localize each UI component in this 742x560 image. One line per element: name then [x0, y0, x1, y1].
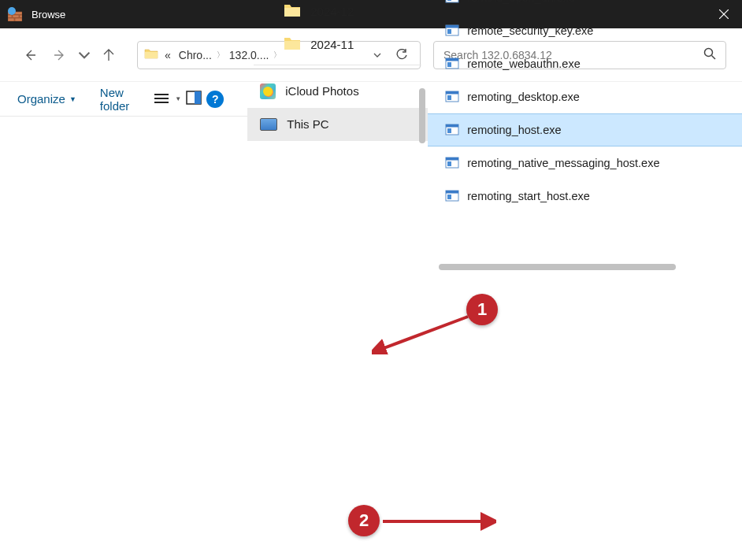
help-button[interactable]: ?	[206, 91, 224, 108]
recent-dropdown[interactable]	[76, 41, 93, 69]
file-row[interactable]: remoting_native_messaging_host.exe 11/19…	[428, 146, 742, 180]
caret-down-icon: ▼	[69, 95, 76, 103]
svg-rect-35	[447, 128, 451, 133]
file-name: remoting_desktop.exe	[467, 91, 742, 103]
horizontal-scrollbar[interactable]	[439, 261, 742, 273]
annotation-step-1: 1	[466, 294, 498, 325]
chevron-down-icon	[78, 49, 91, 61]
folder-icon	[284, 3, 301, 20]
file-name: remote_webauthn.exe	[467, 57, 742, 70]
file-row[interactable]: remoting_desktop.exe 11/19/2024 6:04 AM	[428, 80, 742, 113]
file-name: remoting_native_messaging_host.exe	[467, 157, 742, 169]
svg-rect-25	[446, 25, 458, 28]
exe-icon	[445, 123, 459, 137]
sidebar-scrollbar[interactable]	[417, 0, 428, 222]
new-folder-button[interactable]: New folder	[100, 86, 130, 113]
organize-button[interactable]: Organize▼	[17, 92, 76, 106]
monitor-icon	[260, 118, 277, 131]
annotation-step-2: 2	[348, 505, 380, 536]
file-name: remoting_host.exe	[467, 124, 742, 136]
svg-rect-41	[447, 195, 451, 199]
svg-rect-6	[8, 18, 14, 21]
up-button[interactable]	[95, 41, 123, 69]
folder-icon	[284, 36, 301, 53]
preview-icon	[186, 91, 202, 105]
svg-rect-38	[447, 161, 451, 166]
svg-rect-5	[20, 15, 22, 18]
icloud-icon	[260, 83, 276, 99]
svg-rect-34	[446, 124, 458, 128]
svg-rect-2	[15, 12, 22, 15]
toolbar: Organize▼ New folder ▼ ? indexing 2024-0…	[0, 82, 742, 117]
arrow-right-icon	[54, 49, 66, 61]
exe-icon	[445, 24, 459, 38]
annotation-arrow-1	[372, 315, 474, 354]
svg-rect-40	[446, 191, 458, 194]
file-name: remoting_start_host.exe	[467, 190, 742, 202]
sidebar-this-pc[interactable]: 〉This PC	[247, 108, 428, 141]
svg-point-8	[8, 7, 16, 15]
arrow-up-icon	[102, 49, 115, 61]
crumb-1[interactable]: Chro...	[176, 49, 215, 61]
file-list: Name▲ Date modified remote_assistance_ho…	[428, 0, 742, 276]
file-name: remote_open_url.exe	[467, 0, 742, 4]
file-row[interactable]: remoting_start_host.exe 11/19/2024 6:04 …	[428, 180, 742, 213]
sidebar-folder-2024-12[interactable]: 2024-12	[247, 0, 428, 28]
sidebar: indexing 2024-06 2024-12 2024-11 〉iCloud…	[247, 0, 428, 276]
sidebar-folder-2024-11[interactable]: 2024-11	[247, 28, 428, 61]
svg-rect-37	[446, 158, 458, 161]
svg-rect-26	[447, 29, 451, 34]
caret-down-icon: ▼	[175, 95, 181, 102]
file-row[interactable]: remote_security_key.exe 11/19/2024 6:04 …	[428, 14, 742, 47]
svg-rect-17	[195, 91, 201, 104]
annotation-arrow-2	[381, 512, 496, 531]
svg-rect-4	[13, 15, 19, 18]
file-row[interactable]: remote_open_url.exe 11/19/2024 6:04 AM	[428, 0, 742, 14]
arrow-left-icon	[24, 49, 36, 61]
file-row[interactable]: remoting_host.exe 11/19/2024 6:04 AM	[428, 113, 742, 146]
file-name: remote_security_key.exe	[467, 24, 742, 37]
exe-icon	[445, 156, 459, 170]
chevron-right-icon: 〉	[217, 50, 224, 61]
folder-icon	[144, 48, 158, 62]
crumb-prefix[interactable]: «	[161, 49, 174, 61]
back-button[interactable]	[16, 41, 44, 69]
sidebar-icloud-photos[interactable]: 〉iCloud Photos	[247, 75, 428, 108]
svg-rect-28	[446, 58, 458, 61]
firewall-icon	[8, 7, 22, 21]
exe-icon	[445, 90, 459, 104]
svg-rect-7	[15, 18, 22, 21]
exe-icon	[445, 189, 459, 203]
list-view-icon	[153, 92, 170, 106]
svg-rect-32	[447, 95, 451, 100]
exe-icon	[445, 57, 459, 71]
svg-rect-31	[446, 91, 458, 95]
svg-rect-23	[447, 0, 451, 1]
view-mode-button[interactable]: ▼ ?	[153, 91, 224, 108]
svg-rect-3	[8, 15, 12, 18]
svg-line-42	[380, 317, 468, 350]
forward-button[interactable]	[46, 41, 74, 69]
exe-icon	[445, 0, 459, 5]
file-row[interactable]: remote_webauthn.exe 11/19/2024 6:04 AM	[428, 47, 742, 80]
sidebar-divider	[254, 65, 421, 65]
svg-rect-29	[447, 62, 451, 67]
preview-pane-button[interactable]	[186, 91, 202, 108]
